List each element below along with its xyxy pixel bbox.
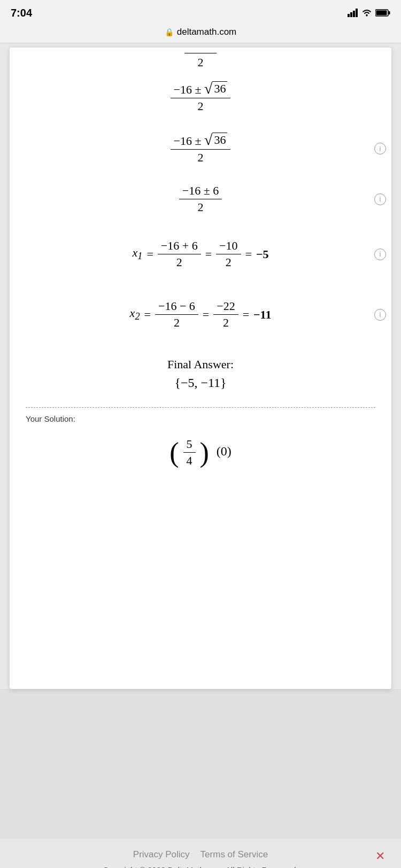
step3-sqrt-symbol: √ — [204, 133, 212, 148]
step3-sqrt-expr: √36 — [204, 133, 227, 148]
solution-denominator: 4 — [183, 453, 196, 468]
terms-of-service-link[interactable]: Terms of Service — [200, 849, 268, 860]
solution-divider — [26, 407, 375, 408]
signal-icon — [348, 9, 358, 17]
content-card: 2 −16 ± √36 2 −16 ± √36 2 i — [10, 48, 391, 689]
solution-second-value: (0) — [217, 444, 232, 458]
sqrt-expr: √36 — [204, 81, 227, 96]
open-paren: ( — [169, 437, 179, 468]
svg-rect-0 — [348, 14, 350, 17]
step5-num1: −16 + 6 — [158, 239, 201, 254]
step6-eq2: = — [203, 308, 209, 322]
step2-denominator: 2 — [171, 98, 231, 113]
step5-fraction2: −10 2 — [216, 239, 241, 269]
gray-area — [0, 689, 401, 839]
solution-fraction: 5 4 — [183, 437, 196, 468]
step6-num2: −22 — [213, 299, 238, 315]
step6-expression: x2 = −16 − 6 2 = −22 2 = −11 — [26, 292, 375, 337]
svg-rect-3 — [356, 9, 358, 17]
step5-fraction1: −16 + 6 2 — [158, 239, 201, 269]
step5-den1: 2 — [158, 254, 201, 269]
svg-rect-2 — [353, 11, 355, 17]
step5-eq2: = — [205, 247, 212, 261]
step6-fraction1: −16 − 6 2 — [155, 299, 198, 330]
step6-result: −11 — [253, 308, 271, 322]
step2-fraction: −16 ± √36 2 — [171, 81, 231, 113]
step6-eq1: = — [144, 308, 151, 322]
step5-eq3: = — [245, 247, 252, 261]
final-answer-section: Final Answer: {−5, −11} — [26, 347, 375, 399]
footer: Privacy Policy Terms of Service ✕ Copyri… — [0, 839, 401, 868]
step2-row: −16 ± √36 2 — [26, 74, 375, 121]
step4-row: −16 ± 6 2 i — [26, 176, 375, 222]
step3-sqrt-radicand: 36 — [212, 133, 227, 147]
step1-denominator: 2 — [26, 56, 375, 69]
url-text: deltamath.com — [177, 27, 237, 37]
sqrt-symbol: √ — [204, 81, 212, 96]
step6-den1: 2 — [155, 315, 198, 330]
footer-copyright: Copyright © 2022 DeltaMath.com. All Righ… — [16, 865, 385, 868]
your-solution-display: ( 5 4 ) (0) — [26, 432, 375, 474]
step4-denominator: 2 — [179, 199, 222, 214]
step5-x1-label: x1 — [133, 246, 143, 262]
privacy-policy-link[interactable]: Privacy Policy — [133, 849, 190, 860]
step3-fraction: −16 ± √36 2 — [171, 133, 231, 165]
step3-info-button[interactable]: i — [374, 143, 386, 154]
your-solution-label: Your Solution: — [26, 414, 375, 423]
step5-expression: x1 = −16 + 6 2 = −10 2 = −5 — [26, 231, 375, 277]
step6-row: x2 = −16 − 6 2 = −22 2 = −11 i — [26, 286, 375, 343]
step3-numerator: −16 ± √36 — [171, 133, 231, 150]
step5-row: x1 = −16 + 6 2 = −10 2 = −5 i — [26, 226, 375, 282]
step5-eq1: = — [146, 247, 153, 261]
address-bar: 🔒 deltamath.com — [0, 24, 401, 43]
svg-rect-1 — [350, 12, 352, 17]
solution-numerator: 5 — [183, 437, 196, 453]
step3-denominator: 2 — [171, 150, 231, 165]
step5-info-button[interactable]: i — [374, 249, 386, 260]
svg-rect-6 — [389, 11, 390, 14]
svg-rect-7 — [376, 11, 387, 15]
step3-row: −16 ± √36 2 i — [26, 125, 375, 172]
step6-fraction2: −22 2 — [213, 299, 238, 330]
battery-icon — [375, 9, 390, 17]
step5-num2: −10 — [216, 239, 241, 254]
step6-eq3: = — [243, 308, 249, 322]
lock-icon: 🔒 — [165, 28, 174, 37]
step6-x2-label: x2 — [130, 306, 140, 322]
step5-result: −5 — [256, 247, 269, 261]
step6-num1: −16 − 6 — [155, 299, 198, 315]
step1-fraction: 2 — [26, 48, 375, 69]
close-paren: ) — [200, 437, 209, 468]
final-answer-set: {−5, −11} — [26, 376, 375, 390]
status-icons — [348, 9, 390, 17]
wifi-icon — [361, 9, 372, 17]
step6-info-button[interactable]: i — [374, 309, 386, 321]
step2-expression: −16 ± √36 2 — [26, 74, 375, 121]
footer-links: Privacy Policy Terms of Service — [16, 849, 385, 860]
step6-den2: 2 — [213, 315, 238, 330]
step4-info-button[interactable]: i — [374, 193, 386, 205]
step4-expression: −16 ± 6 2 — [26, 176, 375, 222]
step4-numerator: −16 ± 6 — [179, 184, 222, 199]
step2-numerator: −16 ± √36 — [171, 81, 231, 98]
step4-fraction: −16 ± 6 2 — [179, 184, 222, 214]
close-button[interactable]: ✕ — [375, 849, 385, 863]
status-bar: 7:04 — [0, 0, 401, 24]
svg-point-4 — [366, 15, 368, 17]
status-time: 7:04 — [11, 7, 32, 19]
sqrt-radicand: 36 — [212, 81, 227, 96]
step5-den2: 2 — [216, 254, 241, 269]
final-answer-label: Final Answer: — [26, 358, 375, 371]
step3-expression: −16 ± √36 2 — [26, 125, 375, 172]
